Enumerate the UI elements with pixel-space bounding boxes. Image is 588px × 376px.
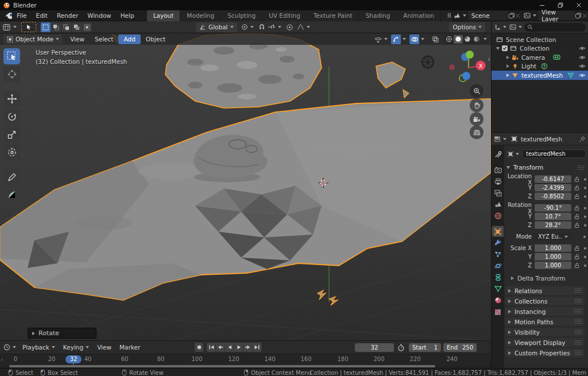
keyframe-dot-icon[interactable] — [584, 224, 586, 227]
tab-uv-editing[interactable]: UV Editing — [262, 10, 307, 21]
play-reverse-button[interactable] — [225, 343, 234, 352]
drag-grip-icon[interactable] — [574, 340, 582, 344]
transform-orientation-dropdown[interactable]: Global — [196, 22, 237, 32]
rotation-z-field[interactable]: 28.2° — [535, 221, 571, 229]
rotation-x-field[interactable]: -90.1° — [535, 204, 571, 212]
location-x-field[interactable]: -0.6147 — [535, 175, 571, 183]
light-data-icon[interactable] — [541, 63, 548, 70]
delta-transform-panel[interactable]: Delta Transform — [511, 275, 586, 282]
scale-y-field[interactable]: 1.000 — [535, 253, 571, 260]
shading-dropdown[interactable] — [483, 38, 487, 40]
outliner-row-collection[interactable]: Collection — [492, 44, 588, 53]
outliner-row-light[interactable]: Light — [492, 62, 588, 71]
select-mode-invert[interactable] — [72, 22, 82, 32]
outliner-search-input[interactable] — [524, 23, 586, 32]
scene-name-field[interactable]: Scene — [468, 11, 508, 20]
tab-material[interactable] — [492, 295, 504, 306]
camera-view-button[interactable] — [470, 112, 483, 126]
close-button[interactable] — [570, 0, 588, 10]
use-preview-range-icon[interactable] — [397, 344, 405, 351]
current-frame-field[interactable]: 32 — [355, 343, 394, 352]
tab-layout[interactable]: Layout — [147, 10, 180, 21]
tab-scene[interactable] — [492, 199, 504, 210]
pivot-point-dropdown[interactable] — [241, 24, 254, 30]
overlays-toggle[interactable] — [409, 34, 419, 44]
keyframe-dot-icon[interactable] — [584, 264, 586, 267]
object-name-field[interactable]: texturedMesh — [523, 149, 586, 158]
menu-view[interactable]: View — [93, 344, 115, 351]
menu-select[interactable]: Select — [90, 34, 118, 44]
proportional-editing-icon[interactable] — [286, 24, 293, 31]
xray-toggle[interactable] — [431, 34, 440, 44]
lock-icon[interactable] — [574, 222, 580, 228]
lock-icon[interactable] — [574, 176, 580, 182]
lock-icon[interactable] — [574, 185, 580, 191]
outliner-filter-dropdown[interactable] — [509, 24, 522, 30]
sidebar-toggle-icon[interactable]: ‹ — [488, 55, 490, 63]
tool-cursor[interactable] — [3, 66, 20, 82]
tab-constraints[interactable] — [492, 272, 504, 283]
tab-animation[interactable]: Animation — [397, 10, 440, 21]
eye-icon[interactable] — [579, 63, 586, 69]
shading-rendered[interactable] — [472, 35, 481, 44]
panel-instancing[interactable]: Instancing — [505, 307, 585, 316]
tab-object-data[interactable] — [492, 283, 504, 294]
menu-add[interactable]: Add — [118, 34, 140, 44]
panel-collections[interactable]: Collections — [505, 297, 585, 305]
menu-keying[interactable]: Keying — [59, 344, 93, 351]
menu-render[interactable]: Render — [52, 12, 83, 19]
snap-magnet-icon[interactable] — [258, 24, 265, 30]
menu-marker[interactable]: Marker — [115, 344, 144, 351]
timeline-ruler[interactable]: › 0 20 40 60 80 100 120 140 160 180 200 … — [0, 354, 491, 365]
blender-menu-icon[interactable] — [5, 12, 12, 20]
rotation-mode-dropdown[interactable]: XYZ Eu.. — [535, 233, 571, 240]
lock-icon[interactable] — [574, 205, 580, 211]
eye-icon[interactable] — [579, 45, 586, 51]
options-dropdown[interactable]: Options — [449, 22, 485, 32]
next-keyframe-button[interactable] — [243, 343, 252, 352]
shading-solid[interactable] — [454, 35, 463, 44]
tab-sculpting[interactable]: Sculpting — [221, 10, 262, 21]
scene-selector[interactable] — [454, 13, 466, 18]
tab-tool[interactable] — [492, 149, 504, 160]
mode-dropdown[interactable]: Object Mode — [3, 34, 63, 44]
view-layer-selector[interactable] — [524, 13, 536, 18]
record-button[interactable] — [195, 343, 203, 352]
snap-target-dropdown[interactable] — [268, 24, 281, 30]
drag-grip-icon[interactable] — [574, 289, 582, 293]
lock-icon[interactable] — [574, 254, 580, 260]
drag-grip-icon[interactable] — [577, 166, 585, 170]
outliner-row-texturedmesh[interactable]: texturedMesh — [492, 71, 588, 80]
tool-move[interactable] — [3, 91, 20, 107]
shading-wireframe[interactable] — [444, 35, 454, 44]
editor-type-selector[interactable] — [3, 24, 17, 31]
gizmos-toggle[interactable] — [391, 34, 401, 44]
panel-viewport-display[interactable]: Viewport Display — [505, 338, 585, 347]
tool-annotate[interactable] — [3, 169, 20, 185]
scale-x-field[interactable]: 1.000 — [535, 244, 571, 252]
gizmos-dropdown[interactable] — [401, 34, 407, 44]
ortho-grid-button[interactable] — [470, 125, 483, 139]
expand-channel-icon[interactable]: › — [1, 356, 3, 363]
new-scene-icon[interactable] — [508, 12, 515, 19]
menu-help[interactable]: Help — [116, 12, 139, 19]
tab-physics[interactable] — [492, 260, 504, 271]
properties-editor-type-dropdown[interactable] — [494, 136, 506, 143]
menu-file[interactable]: File — [12, 12, 32, 19]
object-visibility-dropdown[interactable] — [374, 36, 388, 43]
keyframe-dot-icon[interactable] — [584, 256, 586, 258]
tab-particles[interactable] — [492, 249, 504, 260]
keyframe-dot-icon[interactable] — [584, 216, 586, 218]
id-type-dropdown[interactable] — [505, 149, 521, 159]
tab-object[interactable] — [492, 226, 504, 237]
select-mode-intersect[interactable] — [82, 22, 92, 32]
frame-end-field[interactable]: End250 — [443, 343, 477, 352]
tool-measure[interactable] — [3, 187, 20, 203]
shading-material[interactable] — [463, 35, 472, 44]
menu-view[interactable]: View — [65, 34, 90, 44]
pan-hand-button[interactable] — [470, 98, 483, 112]
disclosure-icon[interactable] — [506, 74, 509, 77]
operator-panel-rotate[interactable]: Rotate — [28, 328, 96, 339]
scale-z-field[interactable]: 1.000 — [535, 262, 571, 269]
tool-rotate[interactable] — [3, 109, 20, 125]
